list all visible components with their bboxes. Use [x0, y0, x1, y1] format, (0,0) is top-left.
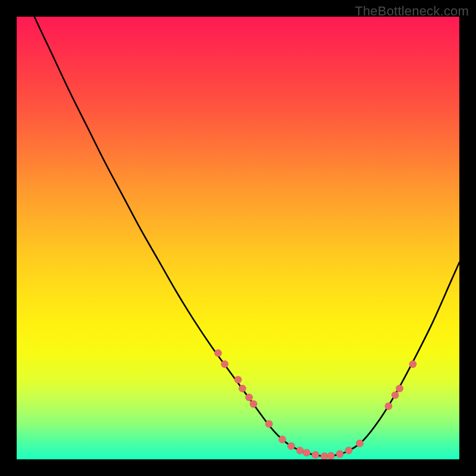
- watermark-text: TheBottleneck.com: [355, 4, 469, 19]
- data-point: [396, 385, 403, 392]
- data-point: [214, 349, 221, 356]
- data-point: [245, 394, 252, 401]
- data-point: [327, 452, 334, 459]
- chart-plot-area: [17, 17, 459, 459]
- data-point: [345, 447, 352, 454]
- data-point: [250, 400, 257, 408]
- data-point: [356, 440, 363, 447]
- data-point: [239, 385, 246, 392]
- data-point: [287, 442, 295, 449]
- data-point: [385, 403, 392, 410]
- data-point: [234, 376, 242, 383]
- data-point: [221, 361, 228, 368]
- chart-svg: [17, 17, 459, 459]
- data-point: [312, 451, 319, 458]
- data-point: [303, 449, 310, 456]
- data-point: [265, 420, 273, 427]
- data-point: [278, 436, 286, 443]
- data-point: [409, 361, 416, 368]
- data-point: [392, 392, 399, 399]
- data-point-markers: [214, 349, 416, 459]
- data-point: [321, 453, 328, 459]
- data-point: [296, 447, 303, 454]
- data-point: [336, 450, 343, 458]
- bottleneck-curve: [17, 17, 459, 456]
